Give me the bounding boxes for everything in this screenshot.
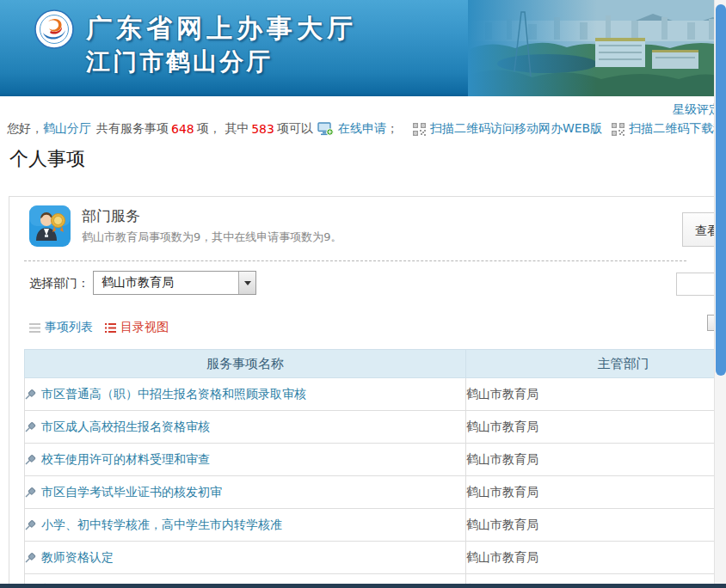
site-title: 广东省网上办事大厅 xyxy=(86,11,357,46)
city-photo xyxy=(468,0,726,96)
site-header-banner: 广东省网上办事大厅 江门市鹤山分厅 xyxy=(0,0,726,96)
department-select[interactable]: 鹤山市教育局 xyxy=(93,271,256,295)
dept-cell: 鹤山市教育局 xyxy=(466,476,726,509)
table-row: 市区成人高校招生报名资格审核 鹤山市教育局 xyxy=(25,411,726,444)
table-row: 教师资格认定 鹤山市教育局 xyxy=(25,542,726,574)
pin-icon xyxy=(25,552,36,563)
table-row: 校车使用许可的材料受理和审查 鹤山市教育局 xyxy=(25,444,726,476)
online-apply-link[interactable]: 在线申请 xyxy=(338,121,386,137)
qr-code-icon xyxy=(612,123,624,136)
pin-icon xyxy=(25,487,36,498)
dept-cell: 鹤山市教育局 xyxy=(466,411,726,444)
dept-cell: 鹤山市教育局 xyxy=(466,378,726,411)
table-row: 小学、初中转学核准，高中学生市内转学核准 鹤山市教育局 xyxy=(25,509,726,542)
vertical-scrollbar-thumb[interactable] xyxy=(716,4,726,376)
select-department-label: 选择部门： xyxy=(29,276,89,291)
monitor-plus-icon xyxy=(317,122,334,136)
service-item-link[interactable]: 小学、初中转学核准，高中学生市内转学核准 xyxy=(41,518,282,531)
qr-code-icon xyxy=(413,123,426,136)
column-header-service-name: 服务事项名称 xyxy=(25,350,466,378)
service-item-link[interactable]: 市区普通高（职）中招生报名资格和照顾录取审核 xyxy=(41,387,306,401)
pin-icon xyxy=(25,389,36,400)
greeting-text: 您好， xyxy=(7,121,43,137)
chevron-down-icon[interactable] xyxy=(238,272,255,294)
pin-icon xyxy=(25,519,36,530)
page-title: 个人事项 xyxy=(9,146,85,172)
stats-suffix: 项可以 xyxy=(277,121,313,137)
tab-item-list[interactable]: 事项列表 xyxy=(29,319,93,336)
column-header-dept: 主管部门 xyxy=(466,350,726,378)
pin-icon xyxy=(25,421,36,432)
table-row: 市区自学考试毕业证书的核发初审 鹤山市教育局 xyxy=(25,476,726,509)
department-service-badge-icon xyxy=(29,205,71,247)
dept-cell: 鹤山市教育局 xyxy=(466,509,726,542)
service-item-link[interactable]: 市区成人高校招生报名资格审核 xyxy=(41,420,210,433)
tab-catalog-view-label: 目录视图 xyxy=(120,320,169,335)
pin-icon xyxy=(25,454,36,465)
tab-catalog-view[interactable]: 目录视图 xyxy=(105,319,169,336)
status-bar: 您好， 鹤山分厅 共有服务事项 648 项， 其中 583 项可以 在线申请 ； xyxy=(7,119,726,138)
catalog-list-icon xyxy=(105,323,116,333)
service-item-link[interactable]: 校车使用许可的材料受理和审查 xyxy=(41,452,210,466)
tab-item-list-label: 事项列表 xyxy=(45,320,93,335)
service-item-link[interactable]: 教师资格认定 xyxy=(41,550,114,564)
service-items-table: 服务事项名称 主管部门 市区普通高（职）中招生报名资格和照顾录取审核 鹤山市教育… xyxy=(24,349,726,588)
vertical-scrollbar-track[interactable] xyxy=(714,0,726,588)
service-item-link[interactable]: 市区自学考试毕业证书的核发初审 xyxy=(41,485,222,499)
gdbs-logo-icon xyxy=(34,9,74,49)
dept-cell: 鹤山市教育局 xyxy=(466,444,726,476)
table-header-row: 服务事项名称 主管部门 xyxy=(25,350,726,378)
branch-title: 江门市鹤山分厅 xyxy=(86,46,273,78)
department-select-value: 鹤山市教育局 xyxy=(94,275,238,291)
separator-text: ； xyxy=(386,121,398,137)
browser-viewport: 广东省网上办事大厅 江门市鹤山分厅 星级评定 您好， 鹤山分厅 共有服务事项 6… xyxy=(0,0,726,588)
qr-app-download-link[interactable]: 扫描二维码下载移 xyxy=(629,121,725,137)
online-count: 583 xyxy=(249,122,277,136)
dept-cell: 鹤山市教育局 xyxy=(466,542,726,574)
list-icon xyxy=(29,323,40,333)
qr-mobile-web-link[interactable]: 扫描二维码访问移动网办WEB版 xyxy=(430,121,602,137)
total-count: 648 xyxy=(169,122,197,136)
stats-mid: 项， 其中 xyxy=(197,121,249,137)
hall-name-link[interactable]: 鹤山分厅 xyxy=(43,121,91,137)
footer-top-edge xyxy=(0,584,726,588)
dashed-divider xyxy=(24,260,686,261)
dept-panel-description: 鹤山市教育局事项数为9，其中在线申请事项数为9。 xyxy=(82,230,342,245)
stats-prefix: 共有服务事项 xyxy=(96,121,169,137)
dept-panel-title: 部门服务 xyxy=(82,206,140,226)
table-row: 市区普通高（职）中招生报名资格和照顾录取审核 鹤山市教育局 xyxy=(25,378,726,411)
